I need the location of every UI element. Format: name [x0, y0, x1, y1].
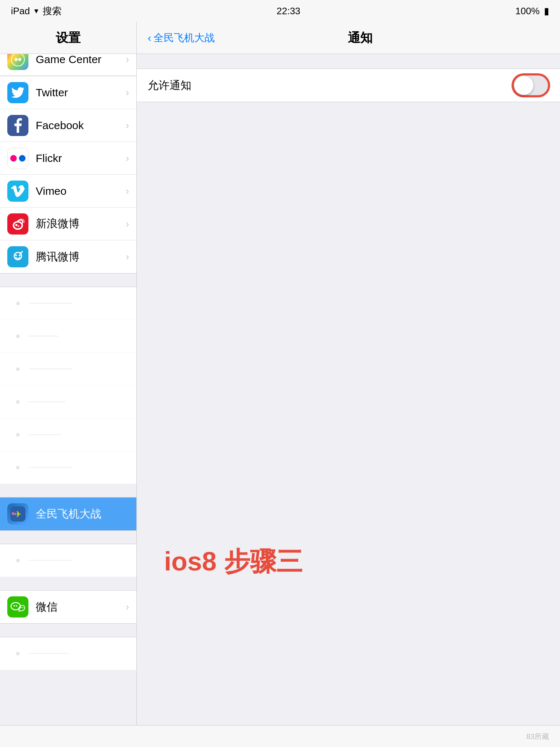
svg-point-14	[12, 512, 15, 515]
settings-title: 设置	[56, 30, 81, 46]
weibo-label: 新浪微博	[36, 216, 126, 231]
toggle-knob	[514, 76, 533, 95]
facebook-label: Facebook	[36, 119, 126, 132]
list-item[interactable]: 新浪微博 ›	[0, 208, 136, 240]
section-spacer-3	[0, 531, 136, 544]
notification-row: 允许通知	[137, 69, 560, 102]
flickr-icon	[7, 148, 28, 169]
svg-point-15	[11, 603, 20, 610]
tencent-icon	[7, 246, 28, 267]
notification-title: 通知	[222, 30, 498, 46]
tencent-label: 腾讯微博	[36, 249, 126, 264]
svg-point-10	[20, 252, 22, 254]
flickr-dot-pink	[10, 155, 17, 162]
wechat-group: 微信 ›	[0, 590, 136, 624]
svg-point-2	[18, 58, 21, 61]
left-header: 设置	[0, 22, 136, 54]
section-spacer-1	[0, 274, 136, 287]
list-item	[0, 637, 136, 670]
status-right: 100% ▮	[516, 5, 549, 17]
list-item	[0, 386, 136, 418]
tencent-chevron: ›	[126, 251, 129, 263]
svg-point-0	[11, 54, 24, 66]
device-label: iPad	[11, 5, 30, 17]
svg-point-11	[22, 251, 23, 252]
allow-notification-toggle[interactable]	[513, 74, 549, 96]
gamecenter-icon	[7, 54, 28, 70]
flickr-chevron: ›	[126, 152, 129, 164]
wechat-item[interactable]: 微信 ›	[0, 591, 136, 623]
list-item	[0, 451, 136, 484]
notification-section: 允许通知	[137, 69, 560, 102]
other-apps-faded-2	[0, 544, 136, 577]
list-item[interactable]: Flickr ›	[0, 142, 136, 175]
weibo-icon	[7, 213, 28, 235]
gamecenter-label: Game Center	[36, 54, 126, 66]
list-item	[0, 320, 136, 353]
twitter-label: Twitter	[36, 86, 126, 99]
watermark: 83所藏	[526, 732, 549, 742]
section-spacer-2	[0, 484, 136, 497]
facebook-icon	[7, 115, 28, 136]
vimeo-chevron: ›	[126, 185, 129, 197]
list-item[interactable]: Facebook ›	[0, 109, 136, 142]
list-item	[0, 287, 136, 320]
list-item[interactable]: Vimeo ›	[0, 175, 136, 208]
svg-point-17	[16, 605, 17, 607]
list-item[interactable]: Twitter ›	[0, 76, 136, 109]
main-layout: 设置 Game Center ›	[0, 22, 560, 725]
other-apps-faded	[0, 287, 136, 484]
section-spacer-4	[0, 577, 136, 590]
gamecenter-chevron: ›	[126, 54, 129, 65]
social-apps-group: Twitter › Facebook ›	[0, 76, 136, 274]
step-text: ios8 步骤三	[164, 544, 303, 579]
wechat-label: 微信	[36, 600, 126, 615]
svg-point-5	[15, 224, 18, 226]
twitter-icon	[7, 82, 28, 103]
list-item	[0, 353, 136, 386]
back-button[interactable]: ‹ 全民飞机大战	[148, 31, 215, 45]
back-chevron-icon: ‹	[148, 32, 151, 44]
svg-point-4	[14, 222, 22, 228]
twitter-chevron: ›	[126, 87, 129, 98]
list-item[interactable]: Game Center ›	[0, 54, 136, 76]
settings-list[interactable]: Game Center › Twitter ›	[0, 54, 136, 725]
gamecenter-partial[interactable]: Game Center ›	[0, 54, 136, 76]
status-left: iPad ▾ 搜索	[11, 5, 62, 18]
right-header: ‹ 全民飞机大战 通知	[137, 22, 560, 54]
notification-label: 允许通知	[148, 78, 513, 93]
quanmin-item[interactable]: ✈ 全民飞机大战	[0, 498, 136, 530]
list-item	[0, 544, 136, 577]
weibo-chevron: ›	[126, 218, 129, 230]
svg-point-19	[23, 607, 24, 608]
battery-label: 100%	[516, 5, 540, 17]
bottom-bar: 83所藏	[0, 725, 560, 747]
quanmin-label: 全民飞机大战	[36, 507, 129, 522]
quanmin-icon: ✈	[7, 503, 28, 525]
back-label: 全民飞机大战	[153, 31, 215, 45]
wifi-icon: ▾	[34, 6, 38, 16]
svg-point-8	[15, 255, 17, 256]
svg-point-1	[15, 58, 18, 61]
section-spacer-5	[0, 624, 136, 637]
other-apps-faded-3	[0, 637, 136, 670]
svg-text:✈: ✈	[14, 509, 22, 519]
list-item	[0, 418, 136, 451]
vimeo-label: Vimeo	[36, 185, 126, 197]
svg-point-16	[13, 605, 15, 607]
status-time: 22:33	[277, 5, 300, 17]
left-panel: 设置 Game Center ›	[0, 22, 137, 725]
flickr-label: Flickr	[36, 152, 126, 165]
wechat-chevron: ›	[126, 601, 129, 613]
flickr-dot-blue	[19, 155, 26, 162]
list-item[interactable]: 腾讯微博 ›	[0, 240, 136, 273]
wechat-icon	[7, 596, 28, 618]
facebook-chevron: ›	[126, 120, 129, 131]
svg-point-6	[18, 225, 19, 227]
svg-point-9	[19, 255, 21, 256]
status-bar: iPad ▾ 搜索 22:33 100% ▮	[0, 0, 560, 22]
selected-app-group: ✈ 全民飞机大战	[0, 497, 136, 531]
right-panel: ‹ 全民飞机大战 通知 允许通知 ios8 步骤三	[137, 22, 560, 725]
battery-icon: ▮	[544, 5, 549, 17]
vimeo-icon	[7, 181, 28, 202]
